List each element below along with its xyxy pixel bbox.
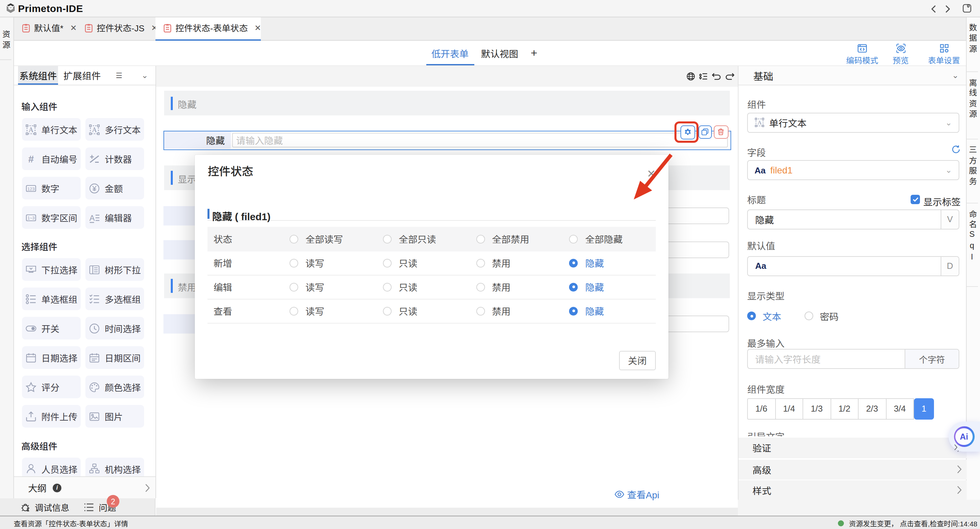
svg-text:A: A [89, 213, 95, 222]
svg-text:1~3: 1~3 [27, 215, 35, 220]
svg-text:123: 123 [27, 186, 35, 191]
svg-text:#: # [29, 153, 34, 164]
svg-text:A: A [757, 119, 762, 126]
svg-text:A: A [92, 126, 97, 133]
svg-text:A: A [29, 126, 34, 133]
